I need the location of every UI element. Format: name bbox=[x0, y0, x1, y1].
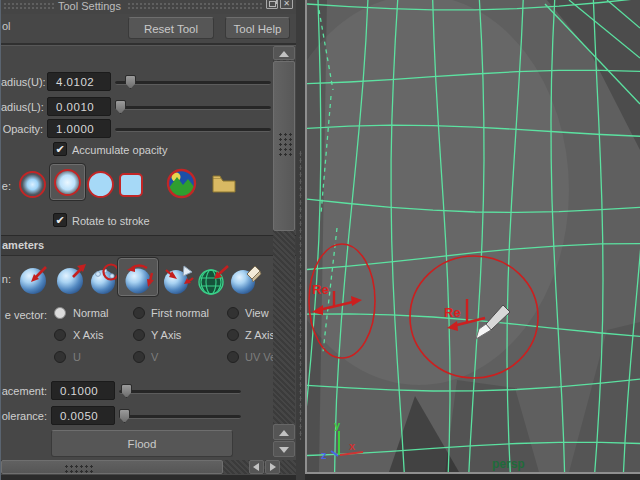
tolerance-label: olerance: bbox=[1, 410, 47, 422]
radio-y-axis[interactable] bbox=[133, 329, 145, 341]
panel-splitter[interactable] bbox=[296, 0, 305, 480]
perspective-viewport[interactable]: Re Re bbox=[305, 0, 640, 474]
max-displacement-label: acement: bbox=[1, 385, 47, 397]
soft-brush-icon-selected[interactable] bbox=[50, 164, 85, 200]
float-window-icon[interactable] bbox=[266, 0, 278, 9]
radio-first-normal-label: First normal bbox=[151, 307, 209, 319]
brush-operation-label-2: Re bbox=[444, 305, 461, 320]
splitter-grip-icon bbox=[299, 150, 302, 440]
tool-settings-panel: Tool Settings ✕ ol Reset Tool Tool Help … bbox=[0, 0, 296, 480]
radio-view[interactable] bbox=[227, 307, 239, 319]
radio-u-label: U bbox=[73, 351, 81, 363]
operation-erase-icon[interactable] bbox=[229, 262, 263, 296]
tolerance-field[interactable]: 0.0050 bbox=[51, 406, 115, 425]
operation-pinch-icon[interactable] bbox=[162, 262, 196, 296]
browse-folder-icon[interactable] bbox=[212, 174, 236, 193]
scroll-down-icon[interactable] bbox=[273, 441, 295, 457]
radius-l-slider[interactable] bbox=[115, 106, 271, 110]
reference-vector-label: e vector: bbox=[1, 309, 47, 321]
brush-operation-label-1: Re bbox=[312, 282, 329, 297]
accumulate-opacity-checkbox[interactable]: ✔ bbox=[53, 142, 67, 156]
sculpt-parameters-header-label: ameters bbox=[1, 239, 44, 251]
tool-help-button[interactable]: Tool Help bbox=[225, 17, 290, 39]
divider bbox=[1, 43, 296, 46]
sculpt-parameters-header[interactable]: ameters bbox=[1, 235, 296, 256]
radio-view-label: View bbox=[245, 307, 269, 319]
rotate-to-stroke-checkbox[interactable]: ✔ bbox=[53, 213, 67, 227]
radius-u-slider[interactable] bbox=[115, 81, 271, 85]
radius-u-label: adius(U): bbox=[1, 76, 43, 88]
viewport-bottom-strip bbox=[305, 474, 640, 480]
profile-label: e: bbox=[1, 180, 11, 192]
scroll-up-icon[interactable] bbox=[273, 46, 295, 60]
panel-titlebar[interactable]: Tool Settings ✕ bbox=[1, 0, 296, 14]
radio-z-axis-label: Z Axis bbox=[245, 329, 275, 341]
solid-circle-brush-icon[interactable] bbox=[87, 171, 114, 198]
maya-window: Tool Settings ✕ ol Reset Tool Tool Help … bbox=[0, 0, 640, 480]
operation-relax-icon[interactable] bbox=[122, 261, 156, 295]
radio-v-label: V bbox=[151, 351, 158, 363]
panel-title: Tool Settings bbox=[58, 0, 121, 12]
operation-slide-icon[interactable] bbox=[197, 262, 231, 296]
tolerance-slider[interactable] bbox=[119, 415, 241, 419]
gaussian-soft-brush-icon[interactable] bbox=[19, 171, 46, 198]
opacity-label: Opacity: bbox=[1, 123, 43, 135]
operation-label: n: bbox=[1, 273, 11, 285]
radius-u-slider-thumb[interactable] bbox=[125, 75, 136, 89]
vertical-scrollbar-thumb[interactable] bbox=[273, 61, 295, 231]
axis-z-label: z bbox=[321, 449, 327, 461]
radius-l-field[interactable]: 0.0010 bbox=[47, 97, 111, 116]
max-displacement-field[interactable]: 0.1000 bbox=[51, 381, 115, 400]
operation-relax-icon-selected[interactable] bbox=[118, 258, 158, 296]
flood-button[interactable]: Flood bbox=[51, 430, 233, 457]
horizontal-scrollbar-thumb[interactable] bbox=[1, 460, 223, 474]
scroll-left-icon[interactable] bbox=[249, 460, 264, 474]
tolerance-slider-thumb[interactable] bbox=[119, 409, 130, 423]
radio-normal[interactable] bbox=[54, 307, 66, 319]
panel-bottom-strip bbox=[1, 475, 296, 480]
operation-push-icon[interactable] bbox=[17, 262, 51, 296]
accumulate-opacity-label: Accumulate opacity bbox=[72, 144, 167, 156]
max-displacement-slider[interactable] bbox=[119, 390, 241, 394]
drag-handle-icon[interactable] bbox=[3, 2, 55, 11]
radius-l-label: adius(L): bbox=[1, 101, 43, 113]
radio-first-normal[interactable] bbox=[133, 307, 145, 319]
image-stamp-brush-icon[interactable] bbox=[166, 168, 197, 199]
drag-handle-icon[interactable] bbox=[127, 2, 263, 11]
operation-pull-icon[interactable] bbox=[55, 262, 89, 296]
close-icon[interactable]: ✕ bbox=[280, 0, 293, 9]
rotate-to-stroke-label: Rotate to stroke bbox=[72, 215, 150, 227]
camera-name-label: persp bbox=[492, 457, 525, 471]
scroll-up-icon[interactable] bbox=[273, 424, 295, 440]
radio-x-axis-label: X Axis bbox=[73, 329, 104, 341]
radio-u[interactable] bbox=[54, 351, 66, 363]
radio-normal-label: Normal bbox=[73, 307, 108, 319]
square-brush-icon[interactable] bbox=[119, 173, 143, 197]
max-displacement-slider-thumb[interactable] bbox=[121, 384, 132, 398]
axis-y-label: y bbox=[334, 419, 341, 431]
tool-name-fragment: ol bbox=[2, 20, 11, 32]
reset-tool-button[interactable]: Reset Tool bbox=[128, 17, 214, 39]
soft-brush-icon[interactable] bbox=[54, 169, 81, 196]
radio-uv-vec[interactable] bbox=[227, 351, 239, 363]
axis-x-label: x bbox=[349, 440, 356, 452]
opacity-field[interactable]: 1.0000 bbox=[47, 119, 111, 138]
radius-u-field[interactable]: 4.0102 bbox=[47, 72, 111, 91]
scroll-right-icon[interactable] bbox=[265, 460, 280, 474]
opacity-slider[interactable] bbox=[115, 128, 271, 132]
radio-x-axis[interactable] bbox=[54, 329, 66, 341]
radio-y-axis-label: Y Axis bbox=[151, 329, 181, 341]
radius-l-slider-thumb[interactable] bbox=[115, 100, 126, 114]
radio-z-axis[interactable] bbox=[227, 329, 239, 341]
radio-v[interactable] bbox=[133, 351, 145, 363]
